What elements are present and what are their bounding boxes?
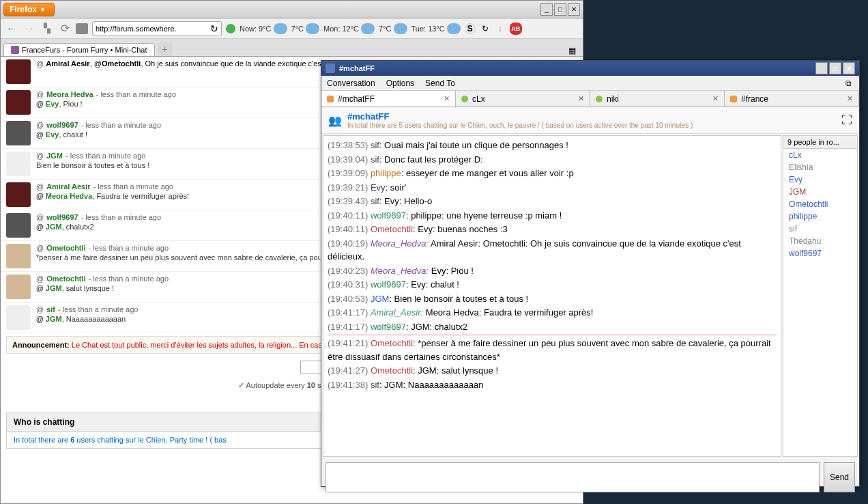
user-item[interactable]: philippe — [783, 210, 857, 223]
menu-options[interactable]: Options — [386, 79, 414, 88]
expand-icon[interactable]: ⛶ — [841, 114, 852, 126]
new-tab-button[interactable]: + — [158, 42, 173, 56]
favicon — [11, 46, 19, 54]
irc-window-controls: _ □ ✕ — [815, 62, 855, 74]
refresh-icon[interactable]: ↻ — [480, 23, 491, 34]
tab-status-icon — [461, 96, 468, 102]
chevron-down-icon: ▼ — [40, 6, 46, 13]
avatar — [6, 59, 31, 84]
tab-status-icon — [327, 96, 334, 102]
irc-channel-header: 👥 #mchatFF In total there are 5 users ch… — [321, 107, 859, 134]
firefox-menu-button[interactable]: Firefox ▼ — [3, 3, 55, 16]
irc-line: (19:38:53) sif: Ouai mais j'ai toute un … — [328, 139, 777, 152]
avatar — [6, 213, 31, 238]
sync-icon[interactable]: ⟳ — [58, 22, 72, 36]
user-item[interactable]: Thedahu — [783, 235, 857, 247]
download-icon[interactable]: ↓ — [495, 23, 506, 34]
tab-groups-icon[interactable]: ▦ — [566, 45, 577, 56]
minimize-button[interactable]: _ — [540, 3, 553, 16]
weather-mon-label: Mon: — [323, 25, 340, 33]
tab-label: #france — [741, 94, 768, 104]
irc-user-list: 9 people in ro... cLxElishiaEvyJGMOmetoc… — [783, 135, 858, 457]
tab-close-icon[interactable]: ✕ — [847, 94, 853, 103]
channel-topic: In total there are 5 users chatting sur … — [347, 122, 693, 129]
irc-send-button[interactable]: Send — [824, 462, 855, 492]
irc-tab[interactable]: niki✕ — [590, 91, 725, 107]
user-item[interactable]: Ometochtli — [783, 198, 857, 210]
irc-menubar: Conversation Options Send To ⧉ — [321, 76, 859, 91]
minimize-button[interactable]: _ — [815, 62, 828, 74]
close-button[interactable]: ✕ — [843, 62, 855, 74]
maximize-button[interactable]: □ — [554, 3, 566, 16]
irc-tab[interactable]: #mchatFF✕ — [321, 91, 456, 107]
back-button[interactable]: ← — [5, 22, 18, 36]
irc-line: (19:40:11) wolf9697: philippe: une hyene… — [328, 209, 777, 223]
irc-message-input[interactable] — [326, 462, 820, 492]
close-button[interactable]: ✕ — [568, 3, 580, 16]
tab-close-icon[interactable]: ✕ — [712, 94, 719, 103]
avatar — [6, 305, 31, 330]
tab-status-icon — [596, 96, 603, 102]
irc-title: #mchatFF — [339, 64, 375, 72]
rss-icon[interactable]: ▚ — [40, 22, 54, 36]
irc-line: (19:39:04) sif: Donc faut les protéger D… — [328, 153, 777, 167]
titlebar: Firefox ▼ _ □ ✕ — [1, 1, 583, 18]
maximize-button[interactable]: □ — [829, 62, 841, 74]
cloud-icon — [306, 23, 319, 34]
tab-label: cLx — [472, 94, 485, 104]
avatar — [6, 121, 31, 145]
user-item[interactable]: Elishia — [783, 161, 857, 173]
irc-line: (19:40:11) Ometochtli: Evy: buenas noche… — [328, 223, 777, 236]
cloud-icon — [394, 23, 407, 34]
reload-icon[interactable]: ↻ — [210, 23, 218, 34]
tab-close-icon[interactable]: ✕ — [578, 94, 584, 103]
irc-window: #mchatFF _ □ ✕ Conversation Options Send… — [321, 60, 860, 487]
url-bar[interactable]: http://forum.somewhere. ↻ — [92, 21, 222, 36]
announce-label: Announcement: — [12, 341, 70, 349]
adblock-icon[interactable]: AB — [510, 23, 522, 35]
irc-chat-log[interactable]: (19:38:53) sif: Ouai mais j'ai toute un … — [323, 135, 781, 457]
status-icon — [226, 24, 235, 33]
irc-body: (19:38:53) sif: Ouai mais j'ai toute un … — [321, 134, 859, 458]
app-icon — [326, 64, 335, 73]
firefox-menu-label: Firefox — [10, 5, 37, 14]
tab-bar: FranceFurs - Forum Furry • Mini-Chat + ▦ — [1, 39, 583, 57]
user-count: 9 people in ro... — [783, 136, 857, 149]
irc-line: (19:41:38) sif: JGM: Naaaaaaaaaaaaan — [328, 378, 777, 392]
window-icon[interactable]: ⧉ — [843, 78, 854, 89]
user-list-items: cLxElishiaEvyJGMOmetochtliphilippesifThe… — [783, 149, 857, 260]
weather-tue-label: Tue: — [411, 25, 426, 33]
stumble-icon[interactable]: S — [465, 23, 476, 34]
menu-sendto[interactable]: Send To — [425, 79, 455, 88]
irc-tab[interactable]: cLx✕ — [456, 91, 590, 107]
menu-conversation[interactable]: Conversation — [327, 79, 375, 88]
channel-name: #mchatFF — [347, 111, 693, 122]
tab-close-icon[interactable]: ✕ — [444, 94, 450, 103]
irc-line: (19:41:17) wolf9697: JGM: chalutx2 — [328, 320, 777, 334]
user-item[interactable]: JGM — [783, 186, 857, 198]
weather-bar: Now: 9°C 7°C Mon: 12°C 7°C Tue: 13°C — [240, 23, 461, 34]
forward-button[interactable]: → — [23, 22, 36, 36]
weather-now-temp: 9°C — [259, 25, 271, 33]
user-item[interactable]: Evy — [783, 173, 857, 186]
user-item[interactable]: sif — [783, 223, 857, 235]
cloud-icon — [361, 23, 375, 34]
irc-line: (19:41:27) Ometochtli: JGM: salut lynsqu… — [328, 364, 777, 378]
user-item[interactable]: cLx — [783, 149, 857, 161]
url-text: http://forum.somewhere. — [96, 25, 177, 33]
tab-label: #mchatFF — [338, 94, 375, 104]
irc-line: (19:41:17) Amiral_Aesir: Meora Hedva: Fa… — [328, 306, 777, 320]
user-item[interactable]: wolf9697 — [783, 247, 857, 260]
bookmark-icon[interactable] — [76, 23, 88, 34]
weather-tue-temp: 13°C — [428, 25, 445, 33]
people-icon: 👥 — [328, 114, 342, 127]
weather-mon-temp: 12°C — [342, 25, 359, 33]
irc-line: (19:40:31) wolf9697: Evy: chalut ! — [328, 278, 777, 292]
irc-input-row: Send — [321, 458, 859, 496]
irc-tab[interactable]: #france✕ — [725, 91, 859, 107]
cloud-icon — [447, 23, 461, 34]
avatar — [6, 244, 31, 268]
irc-line: (19:40:53) JGM: Bien le bonsoir à toutes… — [328, 292, 777, 306]
irc-titlebar[interactable]: #mchatFF _ □ ✕ — [321, 61, 859, 76]
browser-tab[interactable]: FranceFurs - Forum Furry • Mini-Chat — [3, 43, 155, 56]
